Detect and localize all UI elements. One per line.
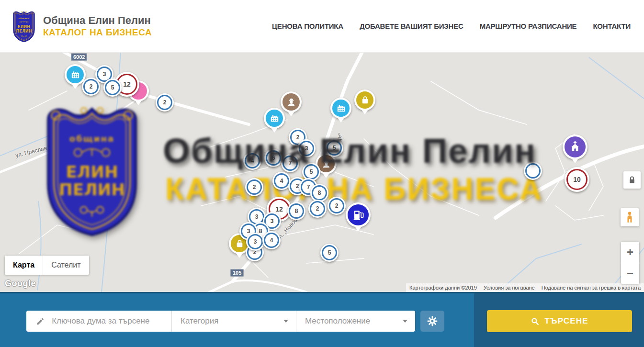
street-view-pegman-button[interactable]	[621, 208, 639, 226]
map-type-satellite-button[interactable]: Сателит	[43, 256, 89, 275]
watermark-title: Община Елин Пелин	[163, 131, 536, 170]
cluster-marker[interactable]: 8	[287, 202, 305, 220]
gear-icon	[426, 315, 439, 327]
cluster-marker[interactable]: 2	[82, 78, 100, 96]
map-canvas[interactable]: 6002105 ул. Преславбул. „Новоселци" КАТА…	[0, 53, 644, 293]
header: Община Елин Пелин КАТАЛОГ НА БИЗНЕСА ЦЕН…	[0, 0, 644, 53]
pegman-icon	[623, 210, 636, 224]
advanced-settings-button[interactable]	[420, 311, 444, 332]
cluster-marker[interactable]: 2	[156, 93, 174, 112]
chevron-down-icon	[283, 320, 288, 325]
nav-link[interactable]: ДОБАВЕТЕ ВАШИЯТ БИЗНЕС	[360, 22, 463, 30]
cluster-marker[interactable]: 10	[565, 167, 589, 192]
lock-icon	[627, 175, 637, 185]
pin-factory-icon[interactable]	[330, 98, 351, 119]
pin-church-icon[interactable]	[563, 134, 588, 159]
zoom-control: + −	[621, 242, 639, 284]
site-title: Община Елин Пелин	[43, 14, 152, 27]
attribution-link[interactable]: Условия за ползване	[480, 283, 538, 292]
map-type-map-button[interactable]: Карта	[5, 256, 43, 275]
search-bar: Категория Местоположение	[0, 293, 644, 347]
municipality-logo	[11, 10, 36, 43]
location-select[interactable]: Местоположение	[296, 311, 415, 332]
category-select-value: Категория	[181, 316, 218, 326]
filter-bar: Категория Местоположение	[26, 311, 415, 332]
search-submit-button[interactable]: ТЪРСЕНЕ	[487, 310, 632, 332]
location-select-value: Местоположение	[305, 316, 370, 326]
search-icon	[531, 317, 540, 326]
pin-bag-icon[interactable]	[354, 90, 375, 111]
watermark-shield-logo	[41, 103, 143, 238]
chevron-down-icon	[403, 320, 407, 325]
zoom-in-button[interactable]: +	[621, 242, 639, 263]
pin-fuel-icon[interactable]	[346, 202, 371, 227]
google-logo[interactable]: Google	[5, 279, 36, 289]
main-nav: ЦЕНОВА ПОЛИТИКАДОБАВЕТЕ ВАШИЯТ БИЗНЕСМАР…	[272, 22, 633, 30]
site-subtitle: КАТАЛОГ НА БИЗНЕСА	[43, 27, 152, 38]
cluster-marker[interactable]: 5	[103, 78, 122, 97]
lock-button[interactable]	[623, 171, 641, 189]
pin-worker-icon[interactable]	[281, 91, 302, 112]
cluster-marker[interactable]: 2	[328, 197, 346, 215]
pin-factory-icon[interactable]	[264, 108, 285, 129]
category-select[interactable]: Категория	[171, 311, 296, 332]
cluster-marker[interactable]: 3	[246, 233, 264, 251]
map-attribution: Картографски данни ©2019Условия за ползв…	[406, 283, 644, 292]
cluster-marker[interactable]: 8	[310, 184, 328, 202]
keyword-field[interactable]	[26, 311, 171, 332]
cluster-marker[interactable]: 4	[262, 231, 281, 249]
search-submit-label: ТЪРСЕНЕ	[544, 316, 588, 326]
pencil-icon	[36, 316, 45, 326]
nav-link[interactable]: КОНТАКТИ	[593, 22, 631, 30]
zoom-out-button[interactable]: −	[621, 263, 639, 284]
cluster-marker[interactable]: 5	[320, 244, 339, 262]
keyword-input[interactable]	[51, 316, 167, 326]
nav-link[interactable]: ЦЕНОВА ПОЛИТИКА	[272, 22, 343, 30]
cluster-marker[interactable]: 2	[308, 200, 327, 218]
attribution-link[interactable]: Подаване на сигнал за грешка в картата	[538, 283, 644, 292]
attribution-copyright: Картографски данни ©2019	[406, 283, 480, 292]
nav-link[interactable]: МАРШРУТНО РАЗПИСАНИЕ	[480, 22, 577, 30]
cluster-marker[interactable]: 2	[245, 178, 263, 196]
map-type-control: Карта Сателит	[5, 256, 89, 275]
